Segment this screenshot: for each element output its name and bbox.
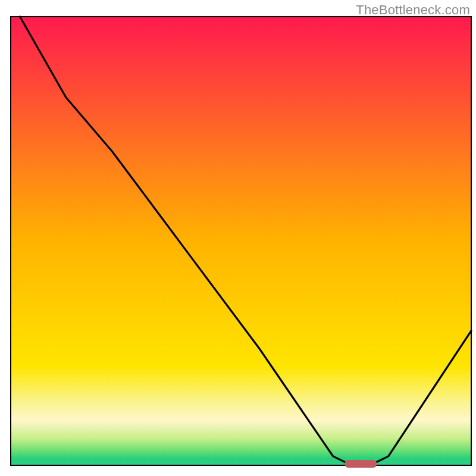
watermark-text: TheBottleneck.com — [356, 2, 470, 18]
plot-background — [11, 17, 471, 465]
bottleneck-chart — [0, 0, 476, 476]
chart-stage: TheBottleneck.com — [0, 0, 476, 476]
optimum-marker — [345, 460, 377, 468]
